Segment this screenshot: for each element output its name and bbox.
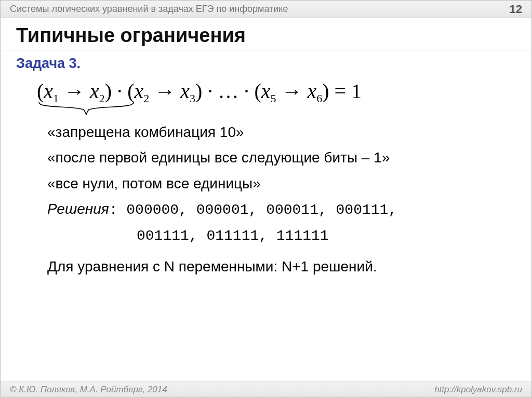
solutions-values-1: : 000000, 000001, 000011, 000111, [109,202,397,218]
sub-6: 6 [316,92,322,105]
solutions-values-2: 001111, 011111, 111111 [47,225,516,247]
page-number: 12 [510,3,522,16]
header-bar: Системы логических уравнений в задачах Е… [1,1,531,18]
note-1: «запрещена комбинация 10» [47,121,516,143]
footer-url: http://kpolyakov.spb.ru [434,385,522,395]
brace-icon [37,101,136,116]
footer-bar: © К.Ю. Поляков, М.А. Ройтберг, 2014 http… [1,381,531,397]
solutions-label: Решения [47,201,109,217]
footer-copyright: © К.Ю. Поляков, М.А. Ройтберг, 2014 [10,385,167,395]
header-title: Системы логических уравнений в задачах Е… [10,4,288,15]
equation: (x1 → x2) · (x2 → x3) · … · (x5 → x6) = … [37,79,495,103]
under-brace [37,104,531,118]
problem-label: Задача 3. [1,50,531,77]
sub-4: 3 [190,92,195,105]
sub-3: 2 [143,92,149,105]
body-text: «запрещена комбинация 10» «после первой … [1,118,531,278]
solutions-line-1: Решения: 000000, 000001, 000011, 000111, [47,198,516,221]
note-2: «после первой единицы все следующие биты… [47,146,516,169]
equation-block: (x1 → x2) · (x2 → x3) · … · (x5 → x6) = … [1,77,531,104]
general-rule: Для уравнения с N переменными: N+1 решен… [47,255,516,278]
slide: Системы логических уравнений в задачах Е… [0,0,532,398]
sub-5: 5 [270,92,276,105]
note-3: «все нули, потом все единицы» [47,172,516,195]
page-title: Типичные ограничения [1,18,531,50]
